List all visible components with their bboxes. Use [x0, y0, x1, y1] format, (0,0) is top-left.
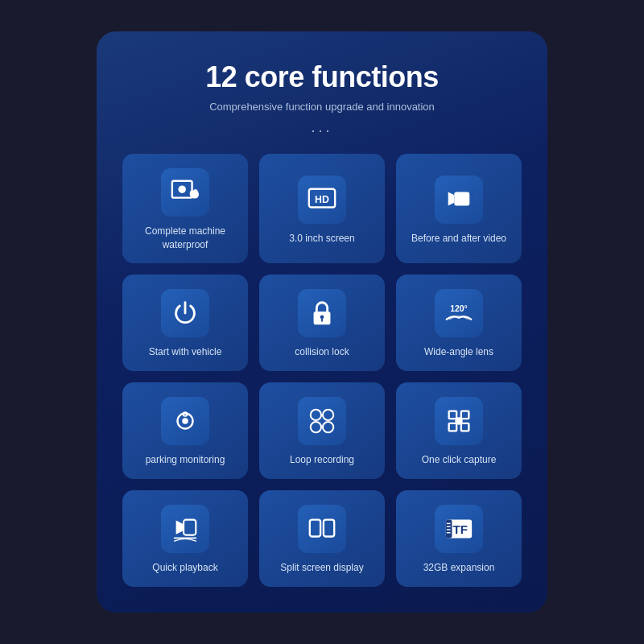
svg-marker-5 — [448, 192, 455, 205]
svg-point-12 — [182, 419, 188, 425]
svg-text:TF: TF — [452, 522, 468, 536]
svg-rect-19 — [461, 411, 469, 419]
svg-rect-21 — [461, 423, 469, 431]
capture-icon — [435, 397, 483, 445]
feature-card-expansion: TF32GB expansion — [396, 490, 522, 587]
feature-card-playback: Quick playback — [122, 490, 248, 587]
split-label: Split screen display — [280, 561, 363, 575]
svg-rect-28 — [446, 520, 452, 539]
svg-rect-25 — [324, 520, 334, 537]
feature-card-waterproof: Complete machine waterproof — [122, 154, 248, 263]
feature-card-loop: Loop recording — [259, 382, 385, 479]
feature-card-collision: collision lock — [259, 275, 385, 371]
dual-video-label: Before and after video — [411, 232, 506, 246]
wide-angle-label: Wide-angle lens — [424, 345, 493, 359]
svg-point-22 — [455, 418, 463, 426]
svg-rect-20 — [449, 423, 457, 431]
svg-rect-18 — [449, 411, 457, 419]
page-subtitle: Comprehensive function upgrade and innov… — [209, 101, 435, 113]
split-icon — [298, 505, 346, 553]
parking-icon — [161, 397, 209, 445]
feature-card-dual-video: Before and after video — [396, 154, 522, 263]
feature-card-capture: One click capture — [396, 382, 522, 479]
start-vehicle-label: Start with vehicle — [149, 345, 222, 359]
svg-rect-23 — [184, 520, 196, 535]
features-grid: Complete machine waterproofHD3.0 inch sc… — [122, 154, 522, 587]
collision-icon — [298, 289, 346, 337]
main-card: 12 core functions Comprehensive function… — [97, 31, 547, 613]
dual-video-icon — [435, 175, 483, 224]
feature-card-start-vehicle: Start with vehicle — [122, 275, 248, 371]
svg-point-8 — [320, 316, 324, 320]
svg-text:120°: 120° — [450, 304, 468, 313]
loop-label: Loop recording — [290, 453, 354, 467]
loop-icon — [298, 397, 346, 445]
feature-card-parking: parking monitoring — [122, 382, 248, 479]
svg-point-16 — [311, 422, 321, 432]
start-vehicle-icon — [161, 289, 209, 337]
svg-point-15 — [323, 410, 333, 420]
playback-label: Quick playback — [152, 561, 217, 575]
svg-point-17 — [323, 422, 333, 432]
svg-text:HD: HD — [315, 193, 329, 204]
waterproof-icon — [161, 168, 209, 217]
expansion-label: 32GB expansion — [423, 561, 495, 575]
svg-point-14 — [311, 410, 321, 420]
svg-point-1 — [178, 186, 186, 194]
playback-icon — [161, 505, 209, 553]
screen-icon: HD — [298, 175, 346, 224]
expansion-icon: TF — [435, 505, 483, 553]
feature-card-split: Split screen display — [259, 490, 385, 587]
decorative-dots: ... — [311, 119, 332, 136]
wide-angle-icon: 120° — [435, 289, 483, 337]
page-title: 12 core functions — [205, 60, 439, 94]
parking-label: parking monitoring — [146, 453, 225, 467]
feature-card-screen: HD3.0 inch screen — [259, 154, 385, 263]
capture-label: One click capture — [422, 453, 497, 467]
svg-rect-24 — [310, 520, 320, 537]
svg-rect-4 — [454, 192, 469, 205]
collision-label: collision lock — [295, 345, 349, 359]
waterproof-label: Complete machine waterproof — [130, 225, 240, 252]
screen-label: 3.0 inch screen — [289, 232, 354, 246]
svg-marker-6 — [469, 192, 473, 196]
feature-card-wide-angle: 120°Wide-angle lens — [396, 275, 522, 371]
